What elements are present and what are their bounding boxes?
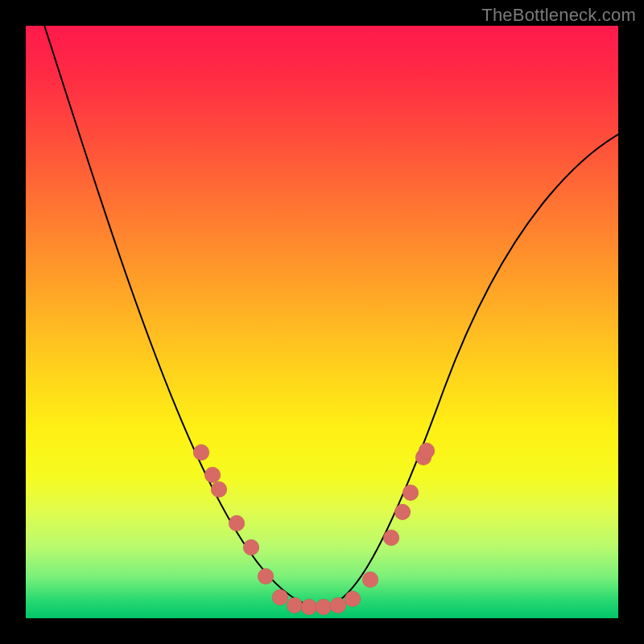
data-dot <box>301 599 317 615</box>
data-dot <box>394 504 411 520</box>
data-dot <box>287 597 303 613</box>
data-dot <box>193 444 209 460</box>
data-dot <box>419 443 435 459</box>
data-dot <box>229 515 245 531</box>
bottleneck-curve <box>42 18 644 607</box>
data-dot <box>272 589 288 605</box>
data-dot <box>211 481 227 497</box>
data-dot <box>362 572 378 588</box>
watermark-text: TheBottleneck.com <box>481 5 636 26</box>
plot-area <box>26 26 618 618</box>
data-dot <box>383 530 399 546</box>
curve-layer <box>26 26 618 618</box>
data-dot <box>330 597 346 613</box>
data-dots <box>193 443 435 615</box>
chart-frame: TheBottleneck.com <box>0 0 644 644</box>
data-dot <box>345 591 361 607</box>
data-dot <box>243 539 259 555</box>
data-dot <box>204 467 221 483</box>
data-dot <box>316 599 332 615</box>
data-dot <box>402 485 419 501</box>
data-dot <box>258 568 274 584</box>
